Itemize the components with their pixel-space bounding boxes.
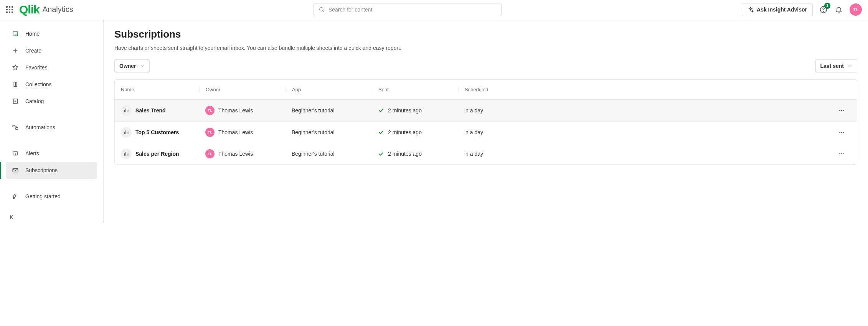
- cell-scheduled: in a day: [458, 151, 545, 157]
- help-button[interactable]: 1: [819, 5, 828, 14]
- header: Qlik Analytics Ask Insight Advisor 1 TL: [0, 0, 868, 19]
- more-icon: [838, 129, 845, 136]
- svg-point-17: [843, 132, 844, 133]
- sidebar-item-getting-started[interactable]: Getting started: [6, 188, 97, 205]
- catalog-icon: [12, 97, 19, 105]
- owner-avatar: TL: [205, 128, 215, 137]
- sidebar-footer: [0, 206, 103, 223]
- sidebar-item-catalog[interactable]: Catalog: [6, 93, 97, 110]
- subscriptions-table: Name Owner App Sent Scheduled Sales Tren…: [114, 79, 857, 165]
- sparkle-icon: [748, 7, 754, 13]
- sidebar-item-home[interactable]: Home: [6, 25, 97, 42]
- sidebar-item-automations[interactable]: Automations: [6, 119, 97, 136]
- nav-group-notify: Alerts Subscriptions: [0, 143, 103, 180]
- sidebar-item-label: Alerts: [25, 150, 39, 156]
- svg-point-9: [15, 154, 16, 155]
- svg-point-0: [320, 7, 323, 11]
- product-name: Analytics: [43, 5, 73, 14]
- sidebar-item-label: Automations: [25, 124, 55, 130]
- th-app[interactable]: App: [285, 87, 372, 92]
- svg-point-2: [823, 11, 823, 11]
- sidebar-item-alerts[interactable]: Alerts: [6, 145, 97, 162]
- ask-button-label: Ask Insight Advisor: [757, 7, 807, 13]
- chart-icon: [121, 127, 132, 138]
- alert-icon: [12, 150, 19, 157]
- app-launcher-icon[interactable]: [6, 6, 13, 13]
- star-icon: [12, 64, 19, 71]
- cell-owner: TL Thomas Lewis: [199, 149, 285, 158]
- cell-app: Beginner's tutorial: [285, 107, 372, 114]
- svg-point-15: [839, 132, 840, 133]
- table-row[interactable]: Sales Trend TL Thomas Lewis Beginner's t…: [115, 100, 857, 121]
- svg-point-20: [843, 153, 844, 154]
- cell-actions: [545, 148, 857, 160]
- collapse-icon: [9, 214, 16, 221]
- th-sent[interactable]: Sent: [372, 87, 458, 92]
- sidebar-item-create[interactable]: Create: [6, 42, 97, 59]
- owner-name: Thomas Lewis: [218, 151, 253, 157]
- row-name-label: Sales Trend: [135, 107, 166, 114]
- row-actions-button[interactable]: [835, 104, 848, 117]
- svg-point-18: [839, 153, 840, 154]
- ask-insight-advisor-button[interactable]: Ask Insight Advisor: [742, 3, 813, 16]
- header-right: Ask Insight Advisor 1 TL: [742, 3, 862, 16]
- th-name[interactable]: Name: [115, 87, 199, 92]
- sidebar-item-favorites[interactable]: Favorites: [6, 59, 97, 76]
- plus-icon: [12, 47, 19, 54]
- svg-rect-6: [13, 125, 15, 127]
- svg-point-12: [839, 110, 840, 111]
- svg-point-19: [841, 153, 842, 154]
- sent-label: 2 minutes ago: [388, 107, 422, 114]
- sidebar-item-label: Home: [25, 31, 40, 37]
- nav-group-automations: Automations: [0, 117, 103, 137]
- bookmark-icon: [12, 81, 19, 88]
- row-actions-button[interactable]: [835, 148, 848, 160]
- chart-icon: [121, 105, 132, 116]
- svg-point-4: [16, 34, 18, 36]
- cell-sent: 2 minutes ago: [372, 107, 458, 114]
- search-wrap: [79, 3, 736, 16]
- user-avatar[interactable]: TL: [850, 3, 862, 16]
- sort-label: Last sent: [820, 63, 844, 69]
- chevron-down-icon: [848, 64, 852, 68]
- cell-owner: TL Thomas Lewis: [199, 106, 285, 115]
- notifications-button[interactable]: [834, 5, 843, 14]
- scheduled-label: in a day: [464, 107, 483, 114]
- search-box[interactable]: [314, 3, 502, 16]
- th-scheduled[interactable]: Scheduled: [458, 87, 545, 92]
- check-icon: [378, 151, 384, 157]
- svg-point-11: [15, 195, 16, 196]
- user-avatar-initials: TL: [853, 7, 858, 12]
- automation-icon: [12, 123, 19, 131]
- help-badge: 1: [824, 3, 830, 9]
- nav-group-start: Getting started: [0, 186, 103, 206]
- owner-filter-dropdown[interactable]: Owner: [114, 59, 150, 72]
- table-row[interactable]: Sales per Region TL Thomas Lewis Beginne…: [115, 143, 857, 164]
- check-icon: [378, 129, 384, 135]
- sidebar-item-subscriptions[interactable]: Subscriptions: [6, 162, 97, 179]
- cell-name: Sales per Region: [115, 148, 199, 159]
- row-actions-button[interactable]: [835, 126, 848, 138]
- more-icon: [838, 150, 845, 157]
- sidebar-item-collections[interactable]: Collections: [6, 76, 97, 93]
- home-icon: [12, 30, 19, 38]
- scheduled-label: in a day: [464, 129, 483, 135]
- cell-name: Sales Trend: [115, 105, 199, 116]
- collapse-sidebar-button[interactable]: [6, 211, 18, 223]
- th-owner[interactable]: Owner: [199, 87, 285, 92]
- logo[interactable]: Qlik Analytics: [19, 3, 73, 16]
- page-title: Subscriptions: [114, 28, 857, 40]
- app-name: Beginner's tutorial: [292, 129, 335, 135]
- sort-dropdown[interactable]: Last sent: [815, 59, 857, 72]
- cell-sent: 2 minutes ago: [372, 151, 458, 157]
- owner-avatar: TL: [205, 106, 215, 115]
- owner-name: Thomas Lewis: [218, 129, 253, 135]
- search-input[interactable]: [328, 7, 497, 13]
- sidebar-item-label: Subscriptions: [25, 167, 58, 173]
- svg-point-16: [841, 132, 842, 133]
- sidebar-item-label: Collections: [25, 81, 51, 87]
- cell-scheduled: in a day: [458, 107, 545, 114]
- page-description: Have charts or sheets sent straight to y…: [114, 45, 857, 51]
- owner-avatar: TL: [205, 149, 215, 158]
- table-row[interactable]: Top 5 Customers TL Thomas Lewis Beginner…: [115, 121, 857, 143]
